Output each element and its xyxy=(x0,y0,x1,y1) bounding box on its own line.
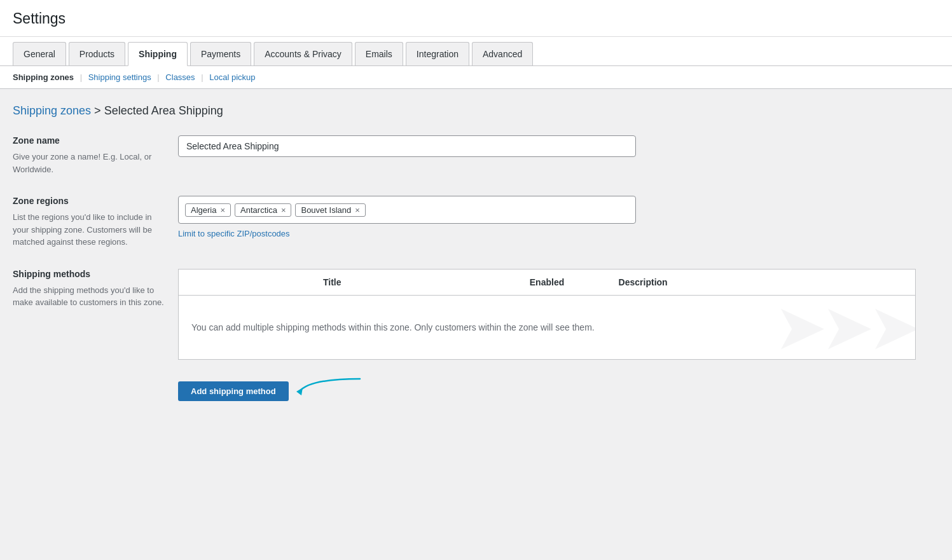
tag-bouvet-island-label: Bouvet Island xyxy=(301,205,351,215)
zone-regions-description: List the regions you'd like to include i… xyxy=(13,211,165,249)
annotation-arrow xyxy=(296,372,366,401)
tag-antarctica: Antarctica × xyxy=(235,203,291,217)
sub-nav: Shipping zones | Shipping settings | Cla… xyxy=(0,66,952,89)
shipping-methods-section: Shipping methods Add the shipping method… xyxy=(13,269,916,360)
tab-shipping[interactable]: Shipping xyxy=(128,42,188,66)
tab-advanced[interactable]: Advanced xyxy=(472,42,533,65)
zone-regions-content: Algeria × Antarctica × Bouvet Island × L… xyxy=(178,196,916,238)
regions-input-box[interactable]: Algeria × Antarctica × Bouvet Island × xyxy=(178,196,636,224)
add-shipping-method-button[interactable]: Add shipping method xyxy=(178,381,289,401)
tag-bouvet-island: Bouvet Island × xyxy=(295,203,365,217)
zone-regions-section: Zone regions List the regions you'd like… xyxy=(13,196,916,249)
add-method-area: Add shipping method xyxy=(13,372,916,401)
watermark-arrow-3: ➤ xyxy=(868,296,915,359)
col-header-enabled: Enabled xyxy=(475,277,618,287)
subnav-classes[interactable]: Classes xyxy=(165,72,195,82)
shipping-methods-label: Shipping methods Add the shipping method… xyxy=(13,269,178,309)
zone-name-content xyxy=(178,135,916,157)
shipping-methods-heading: Shipping methods xyxy=(13,269,165,279)
shipping-methods-table-wrapper: Title Enabled Description You can add mu… xyxy=(178,269,916,360)
tab-emails[interactable]: Emails xyxy=(355,42,403,65)
arrow-annotation xyxy=(296,372,366,401)
zone-regions-label: Zone regions List the regions you'd like… xyxy=(13,196,178,249)
tab-accounts-privacy[interactable]: Accounts & Privacy xyxy=(254,42,352,65)
tag-algeria-remove[interactable]: × xyxy=(220,206,225,214)
limit-zip-link[interactable]: Limit to specific ZIP/postcodes xyxy=(178,229,916,238)
tabs-bar: General Products Shipping Payments Accou… xyxy=(0,37,952,66)
empty-message: You can add multiple shipping methods wi… xyxy=(191,322,595,332)
breadcrumb: Shipping zones > Selected Area Shipping xyxy=(13,104,916,118)
page-title: Settings xyxy=(0,0,952,37)
breadcrumb-current: Selected Area Shipping xyxy=(104,104,223,117)
watermark-arrow-2: ➤ xyxy=(821,296,874,359)
zone-name-input[interactable] xyxy=(178,135,636,157)
zone-name-label: Zone name Give your zone a name! E.g. Lo… xyxy=(13,135,178,175)
methods-table-header: Title Enabled Description xyxy=(179,270,915,296)
col-header-title: Title xyxy=(189,277,475,287)
subnav-shipping-zones[interactable]: Shipping zones xyxy=(13,72,74,82)
zone-name-heading: Zone name xyxy=(13,135,165,146)
subnav-local-pickup[interactable]: Local pickup xyxy=(209,72,255,82)
methods-table-empty: You can add multiple shipping methods wi… xyxy=(179,296,915,359)
tag-antarctica-label: Antarctica xyxy=(240,205,277,215)
tag-bouvet-island-remove[interactable]: × xyxy=(355,206,360,214)
breadcrumb-separator: > xyxy=(94,104,104,117)
shipping-methods-description: Add the shipping methods you'd like to m… xyxy=(13,284,165,309)
breadcrumb-link[interactable]: Shipping zones xyxy=(13,104,91,117)
content-area: Shipping zones > Selected Area Shipping … xyxy=(0,89,928,416)
watermark-arrow-1: ➤ xyxy=(774,296,827,359)
watermark-arrows: ➤ ➤ ➤ xyxy=(774,296,915,359)
zone-name-description: Give your zone a name! E.g. Local, or Wo… xyxy=(13,151,165,175)
subnav-shipping-settings[interactable]: Shipping settings xyxy=(88,72,151,82)
zone-regions-heading: Zone regions xyxy=(13,196,165,206)
page-wrapper: Settings General Products Shipping Payme… xyxy=(0,0,952,560)
tag-algeria: Algeria × xyxy=(185,203,231,217)
svg-marker-0 xyxy=(296,388,303,395)
tab-products[interactable]: Products xyxy=(69,42,125,65)
col-header-description: Description xyxy=(619,277,905,287)
tag-antarctica-remove[interactable]: × xyxy=(281,206,286,214)
tab-integration[interactable]: Integration xyxy=(406,42,469,65)
zone-name-section: Zone name Give your zone a name! E.g. Lo… xyxy=(13,135,916,175)
tag-algeria-label: Algeria xyxy=(191,205,216,215)
tab-payments[interactable]: Payments xyxy=(190,42,251,65)
tab-general[interactable]: General xyxy=(13,42,66,65)
shipping-methods-table: Title Enabled Description You can add mu… xyxy=(178,269,916,360)
